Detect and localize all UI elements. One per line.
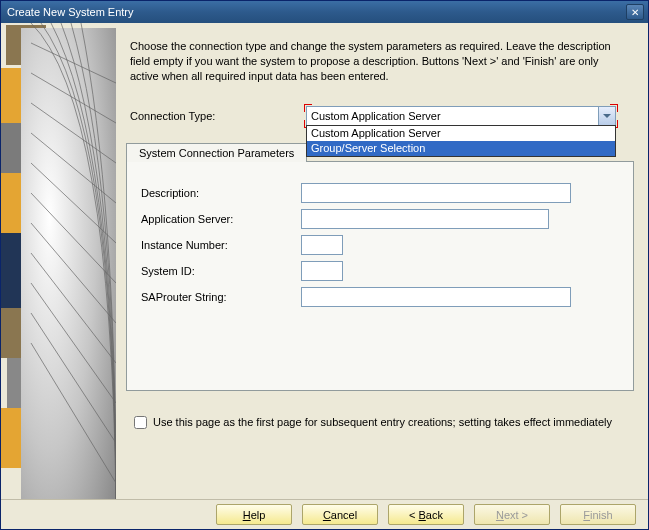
first-page-checkbox-row: Use this page as the first page for subs…	[126, 413, 634, 432]
cancel-button[interactable]: Cancel	[302, 504, 378, 525]
description-input[interactable]	[301, 183, 571, 203]
connection-type-row: Connection Type: Custom Application Serv…	[126, 104, 634, 132]
dropdown-option-group-server-selection[interactable]: Group/Server Selection	[307, 141, 615, 156]
finish-button-rest: inish	[590, 509, 613, 521]
back-button[interactable]: < Back	[388, 504, 464, 525]
help-button[interactable]: Help	[216, 504, 292, 525]
first-page-checkbox[interactable]	[134, 416, 147, 429]
system-id-label: System ID:	[141, 265, 301, 277]
tab-system-connection-parameters[interactable]: System Connection Parameters	[126, 143, 307, 162]
svg-rect-3	[1, 68, 21, 123]
titlebar: Create New System Entry ✕	[1, 1, 648, 23]
instance-number-label: Instance Number:	[141, 239, 301, 251]
tab-area: System Connection Parameters Description…	[126, 142, 634, 391]
description-label: Description:	[141, 187, 301, 199]
wizard-window: Create New System Entry ✕	[0, 0, 649, 530]
application-server-label: Application Server:	[141, 213, 301, 225]
close-icon: ✕	[631, 7, 639, 18]
next-button-rest: ext >	[504, 509, 528, 521]
first-page-checkbox-label: Use this page as the first page for subs…	[153, 416, 612, 428]
help-button-rest: elp	[251, 509, 266, 521]
system-id-input[interactable]	[301, 261, 343, 281]
system-connection-parameters-groupbox: Description: Application Server: Instanc…	[126, 161, 634, 391]
finish-button: Finish	[560, 504, 636, 525]
chevron-down-icon	[603, 114, 611, 118]
next-button: Next >	[474, 504, 550, 525]
saprouter-string-input[interactable]	[301, 287, 571, 307]
connection-type-selected-value: Custom Application Server	[311, 110, 441, 122]
back-button-rest: ack	[426, 509, 443, 521]
svg-rect-10	[1, 408, 21, 468]
cancel-button-rest: ancel	[331, 509, 357, 521]
dropdown-arrow-button[interactable]	[598, 107, 615, 125]
application-server-input[interactable]	[301, 209, 549, 229]
instruction-text: Choose the connection type and change th…	[126, 33, 634, 104]
saprouter-string-label: SAProuter String:	[141, 291, 301, 303]
dropdown-option-custom-application-server[interactable]: Custom Application Server	[307, 126, 615, 141]
svg-rect-11	[21, 28, 116, 501]
connection-type-label: Connection Type:	[130, 110, 306, 122]
instance-number-input[interactable]	[301, 235, 343, 255]
wizard-side-image	[1, 23, 116, 501]
button-bar: Help Cancel < Back Next > Finish	[1, 499, 648, 529]
connection-type-dropdown-list: Custom Application Server Group/Server S…	[306, 125, 616, 157]
content-area: Choose the connection type and change th…	[1, 23, 648, 501]
connection-type-select[interactable]: Custom Application Server	[306, 106, 616, 126]
close-button[interactable]: ✕	[626, 4, 644, 20]
connection-type-select-wrap: Custom Application Server Custom Applica…	[306, 106, 616, 126]
window-title: Create New System Entry	[7, 6, 134, 18]
main-panel: Choose the connection type and change th…	[116, 23, 648, 501]
